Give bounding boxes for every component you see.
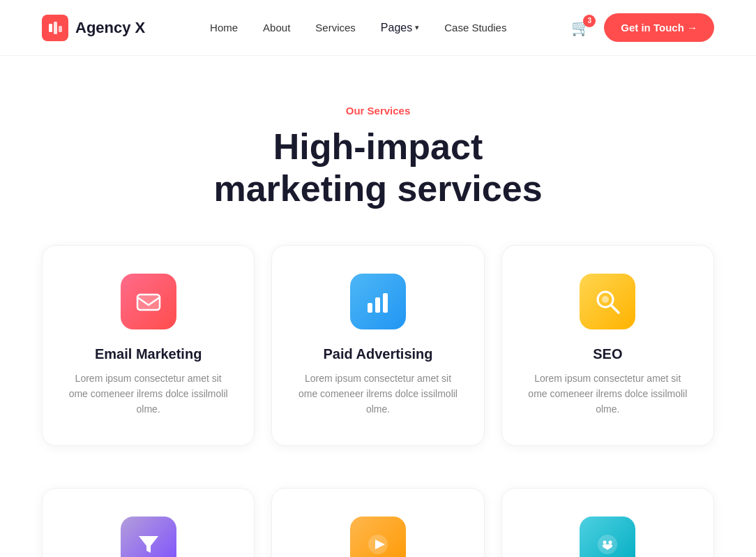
section-header: Our Services High-impact marketing servi… <box>0 56 756 245</box>
svg-rect-7 <box>383 293 388 313</box>
navbar: Agency X Home About Services Pages ▾ Cas… <box>0 0 756 56</box>
svg-point-14 <box>603 540 607 544</box>
funnel-icon <box>121 517 176 557</box>
nav-pages[interactable]: Pages ▾ <box>381 22 419 34</box>
paid-advertising-icon <box>350 274 406 329</box>
nav-case-studies[interactable]: Case Studies <box>444 22 506 34</box>
service-card-social: Social Media Marketing Lorem ipsum conse… <box>501 488 714 557</box>
section-title: High-impact marketing services <box>14 126 742 210</box>
cart-badge: 3 <box>583 15 596 27</box>
svg-rect-2 <box>59 26 62 32</box>
paid-advertising-title: Paid Advertising <box>297 346 458 362</box>
service-card-content: Content Marketing Lorem ipsum consectetu… <box>271 488 484 557</box>
svg-rect-1 <box>54 22 57 34</box>
svg-rect-5 <box>368 303 372 313</box>
cart-button[interactable]: 🛒 3 <box>571 19 590 37</box>
services-grid-row1: Email Marketing Lorem ipsum consectetur … <box>0 245 756 488</box>
section-tag: Our Services <box>14 105 742 117</box>
svg-rect-6 <box>375 297 380 313</box>
service-card-ads: Paid Advertising Lorem ipsum consectetur… <box>271 245 484 446</box>
svg-point-10 <box>602 296 609 303</box>
nav-home[interactable]: Home <box>210 22 238 34</box>
logo-text: Agency X <box>75 19 145 37</box>
svg-point-15 <box>609 540 612 544</box>
paid-advertising-desc: Lorem ipsum consectetur amet sit ome com… <box>297 371 458 417</box>
seo-title: SEO <box>527 346 688 362</box>
nav-services[interactable]: Services <box>315 22 356 34</box>
chevron-down-icon: ▾ <box>415 23 419 32</box>
services-grid-row2: Funnel Optimization Lorem ipsum consecte… <box>0 488 756 557</box>
nav-right: 🛒 3 Get in Touch → <box>571 13 714 42</box>
logo-icon <box>42 15 68 41</box>
content-marketing-icon <box>350 517 406 557</box>
svg-line-9 <box>611 305 619 313</box>
service-card-email: Email Marketing Lorem ipsum consectetur … <box>42 245 255 446</box>
cta-button[interactable]: Get in Touch → <box>604 13 714 42</box>
email-marketing-title: Email Marketing <box>68 346 229 362</box>
service-card-funnel: Funnel Optimization Lorem ipsum consecte… <box>42 488 255 557</box>
svg-rect-3 <box>137 295 160 310</box>
email-marketing-desc: Lorem ipsum consectetur amet sit ome com… <box>68 371 229 417</box>
svg-rect-0 <box>49 24 52 32</box>
seo-icon <box>580 274 635 329</box>
nav-about[interactable]: About <box>263 22 290 34</box>
logo[interactable]: Agency X <box>42 15 145 41</box>
social-media-icon <box>580 517 635 557</box>
service-card-seo: SEO Lorem ipsum consectetur amet sit ome… <box>501 245 714 446</box>
seo-desc: Lorem ipsum consectetur amet sit ome com… <box>527 371 688 417</box>
email-marketing-icon <box>121 274 176 329</box>
nav-links: Home About Services Pages ▾ Case Studies <box>210 22 506 34</box>
